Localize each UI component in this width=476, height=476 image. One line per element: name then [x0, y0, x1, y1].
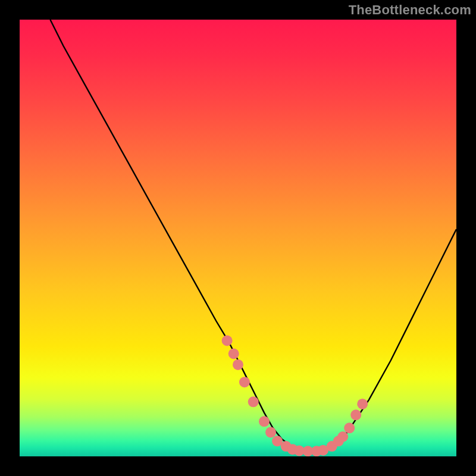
data-dot: [248, 396, 259, 407]
data-dot: [233, 359, 243, 370]
data-dot: [294, 446, 305, 456]
data-dot: [239, 377, 250, 387]
watermark-text: TheBottleneck.com: [349, 2, 471, 18]
data-dots: [222, 336, 368, 457]
data-dot: [337, 431, 348, 442]
data-dot: [333, 436, 344, 446]
data-dot: [327, 441, 337, 452]
data-dot: [228, 349, 239, 359]
data-dot: [281, 441, 292, 452]
chart-svg: [20, 20, 456, 456]
data-dot: [311, 446, 322, 456]
bottleneck-curve: [50, 20, 456, 451]
data-dot: [259, 416, 270, 427]
data-dot: [287, 444, 298, 455]
data-dot: [357, 399, 368, 409]
chart-frame: TheBottleneck.com: [0, 0, 476, 476]
plot-area: [20, 20, 456, 456]
data-dot: [350, 409, 361, 420]
data-dot: [302, 446, 313, 456]
data-dot: [318, 445, 328, 456]
data-dot: [272, 436, 283, 446]
data-dot: [344, 422, 355, 433]
curve-path-group: [50, 20, 456, 451]
data-dot: [222, 336, 233, 346]
data-dot: [265, 427, 276, 438]
